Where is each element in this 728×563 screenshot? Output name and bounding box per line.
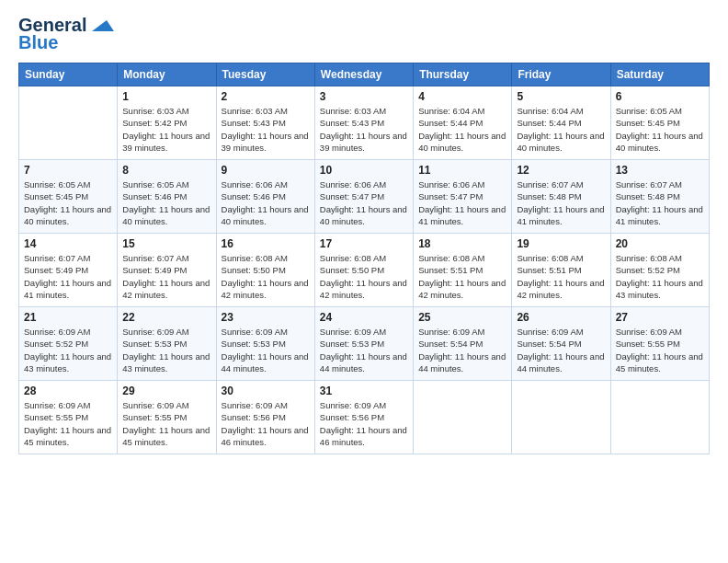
day-number: 29 — [122, 385, 210, 397]
day-number: 19 — [517, 237, 605, 250]
sunset-text: Sunset: 5:55 PM — [616, 339, 680, 349]
calendar-cell: 30 Sunrise: 6:09 AM Sunset: 5:56 PM Dayl… — [216, 381, 314, 454]
daylight-text: Daylight: 11 hours and 44 minutes. — [320, 351, 407, 373]
weekday-header-saturday: Saturday — [610, 63, 709, 86]
day-info: Sunrise: 6:04 AM Sunset: 5:44 PM Dayligh… — [517, 105, 605, 154]
daylight-text: Daylight: 11 hours and 41 minutes. — [24, 278, 111, 300]
sunrise-text: Sunrise: 6:08 AM — [517, 253, 583, 263]
calendar-cell: 14 Sunrise: 6:07 AM Sunset: 5:49 PM Dayl… — [19, 234, 118, 307]
calendar-cell: 9 Sunrise: 6:06 AM Sunset: 5:46 PM Dayli… — [216, 160, 314, 234]
sunrise-text: Sunrise: 6:08 AM — [320, 253, 386, 263]
day-info: Sunrise: 6:04 AM Sunset: 5:44 PM Dayligh… — [418, 105, 506, 154]
sunset-text: Sunset: 5:46 PM — [222, 191, 286, 201]
day-number: 15 — [122, 237, 210, 250]
day-number: 22 — [122, 311, 210, 324]
sunset-text: Sunset: 5:51 PM — [517, 265, 581, 275]
daylight-text: Daylight: 11 hours and 42 minutes. — [122, 278, 210, 300]
sunset-text: Sunset: 5:44 PM — [517, 118, 581, 128]
day-info: Sunrise: 6:05 AM Sunset: 5:45 PM Dayligh… — [616, 105, 704, 154]
calendar-cell: 3 Sunrise: 6:03 AM Sunset: 5:43 PM Dayli… — [314, 86, 413, 160]
sunset-text: Sunset: 5:54 PM — [418, 339, 483, 349]
sunset-text: Sunset: 5:42 PM — [122, 118, 187, 128]
day-number: 23 — [222, 311, 310, 324]
day-info: Sunrise: 6:08 AM Sunset: 5:52 PM Dayligh… — [616, 252, 704, 301]
daylight-text: Daylight: 11 hours and 41 minutes. — [616, 204, 703, 226]
sunset-text: Sunset: 5:52 PM — [616, 265, 680, 275]
calendar-cell: 27 Sunrise: 6:09 AM Sunset: 5:55 PM Dayl… — [610, 307, 709, 381]
calendar-cell: 18 Sunrise: 6:08 AM Sunset: 5:51 PM Dayl… — [414, 234, 512, 307]
calendar-cell — [414, 381, 512, 454]
day-info: Sunrise: 6:05 AM Sunset: 5:45 PM Dayligh… — [24, 178, 112, 227]
day-number: 21 — [24, 311, 112, 324]
day-info: Sunrise: 6:05 AM Sunset: 5:46 PM Dayligh… — [122, 178, 210, 227]
calendar-cell — [512, 381, 610, 454]
daylight-text: Daylight: 11 hours and 40 minutes. — [222, 204, 309, 226]
sunset-text: Sunset: 5:43 PM — [222, 118, 286, 128]
calendar-cell: 25 Sunrise: 6:09 AM Sunset: 5:54 PM Dayl… — [414, 307, 512, 381]
calendar-cell: 28 Sunrise: 6:09 AM Sunset: 5:55 PM Dayl… — [19, 381, 118, 454]
weekday-header-row: SundayMondayTuesdayWednesdayThursdayFrid… — [19, 63, 710, 86]
sunrise-text: Sunrise: 6:09 AM — [320, 400, 386, 410]
calendar-cell: 21 Sunrise: 6:09 AM Sunset: 5:52 PM Dayl… — [19, 307, 118, 381]
sunrise-text: Sunrise: 6:08 AM — [418, 253, 484, 263]
day-number: 9 — [222, 164, 310, 177]
day-info: Sunrise: 6:06 AM Sunset: 5:46 PM Dayligh… — [222, 178, 310, 227]
day-number: 14 — [24, 237, 112, 250]
calendar-cell: 8 Sunrise: 6:05 AM Sunset: 5:46 PM Dayli… — [118, 160, 216, 234]
logo-area: General Blue — [18, 15, 114, 53]
daylight-text: Daylight: 11 hours and 40 minutes. — [517, 131, 604, 153]
calendar-cell — [610, 381, 709, 454]
daylight-text: Daylight: 11 hours and 41 minutes. — [517, 204, 604, 226]
sunrise-text: Sunrise: 6:05 AM — [616, 106, 682, 116]
sunrise-text: Sunrise: 6:09 AM — [122, 327, 188, 337]
daylight-text: Daylight: 11 hours and 39 minutes. — [320, 131, 407, 153]
day-number: 5 — [517, 90, 605, 103]
calendar-cell: 11 Sunrise: 6:06 AM Sunset: 5:47 PM Dayl… — [414, 160, 512, 234]
sunset-text: Sunset: 5:53 PM — [320, 339, 384, 349]
day-info: Sunrise: 6:03 AM Sunset: 5:42 PM Dayligh… — [122, 105, 210, 154]
daylight-text: Daylight: 11 hours and 42 minutes. — [222, 278, 309, 300]
day-number: 16 — [222, 237, 310, 250]
sunrise-text: Sunrise: 6:04 AM — [418, 106, 484, 116]
sunset-text: Sunset: 5:53 PM — [222, 339, 286, 349]
calendar-cell: 2 Sunrise: 6:03 AM Sunset: 5:43 PM Dayli… — [216, 86, 314, 160]
daylight-text: Daylight: 11 hours and 46 minutes. — [222, 425, 309, 447]
day-info: Sunrise: 6:09 AM Sunset: 5:53 PM Dayligh… — [320, 326, 408, 374]
daylight-text: Daylight: 11 hours and 40 minutes. — [24, 204, 111, 226]
calendar-cell: 22 Sunrise: 6:09 AM Sunset: 5:53 PM Dayl… — [118, 307, 216, 381]
day-number: 4 — [418, 90, 506, 103]
svg-marker-0 — [92, 20, 114, 31]
day-info: Sunrise: 6:09 AM Sunset: 5:52 PM Dayligh… — [24, 326, 112, 374]
logo-bird-icon — [88, 17, 114, 35]
day-number: 25 — [418, 311, 506, 324]
sunrise-text: Sunrise: 6:08 AM — [616, 253, 682, 263]
weekday-header-monday: Monday — [118, 63, 216, 86]
calendar-table: SundayMondayTuesdayWednesdayThursdayFrid… — [18, 63, 710, 454]
sunrise-text: Sunrise: 6:09 AM — [24, 327, 90, 337]
calendar-week-row: 14 Sunrise: 6:07 AM Sunset: 5:49 PM Dayl… — [19, 234, 710, 307]
sunset-text: Sunset: 5:50 PM — [222, 265, 286, 275]
sunrise-text: Sunrise: 6:09 AM — [24, 400, 90, 410]
sunrise-text: Sunrise: 6:07 AM — [517, 179, 583, 190]
calendar-cell: 12 Sunrise: 6:07 AM Sunset: 5:48 PM Dayl… — [512, 160, 610, 234]
sunset-text: Sunset: 5:48 PM — [616, 191, 680, 201]
day-info: Sunrise: 6:09 AM Sunset: 5:55 PM Dayligh… — [122, 399, 210, 448]
sunrise-text: Sunrise: 6:05 AM — [122, 179, 188, 190]
day-info: Sunrise: 6:09 AM Sunset: 5:55 PM Dayligh… — [616, 326, 704, 374]
weekday-header-sunday: Sunday — [19, 63, 118, 86]
day-number: 28 — [24, 385, 112, 397]
day-info: Sunrise: 6:08 AM Sunset: 5:50 PM Dayligh… — [320, 252, 408, 301]
daylight-text: Daylight: 11 hours and 40 minutes. — [418, 131, 506, 153]
day-info: Sunrise: 6:09 AM Sunset: 5:53 PM Dayligh… — [222, 326, 310, 374]
day-number: 26 — [517, 311, 605, 324]
calendar-cell: 15 Sunrise: 6:07 AM Sunset: 5:49 PM Dayl… — [118, 234, 216, 307]
daylight-text: Daylight: 11 hours and 45 minutes. — [616, 351, 703, 373]
day-number: 1 — [122, 90, 210, 103]
day-info: Sunrise: 6:03 AM Sunset: 5:43 PM Dayligh… — [320, 105, 408, 154]
calendar-cell: 31 Sunrise: 6:09 AM Sunset: 5:56 PM Dayl… — [314, 381, 413, 454]
calendar-cell: 29 Sunrise: 6:09 AM Sunset: 5:55 PM Dayl… — [118, 381, 216, 454]
sunset-text: Sunset: 5:53 PM — [122, 339, 187, 349]
sunrise-text: Sunrise: 6:07 AM — [24, 253, 90, 263]
daylight-text: Daylight: 11 hours and 46 minutes. — [320, 425, 407, 447]
sunrise-text: Sunrise: 6:03 AM — [122, 106, 188, 116]
